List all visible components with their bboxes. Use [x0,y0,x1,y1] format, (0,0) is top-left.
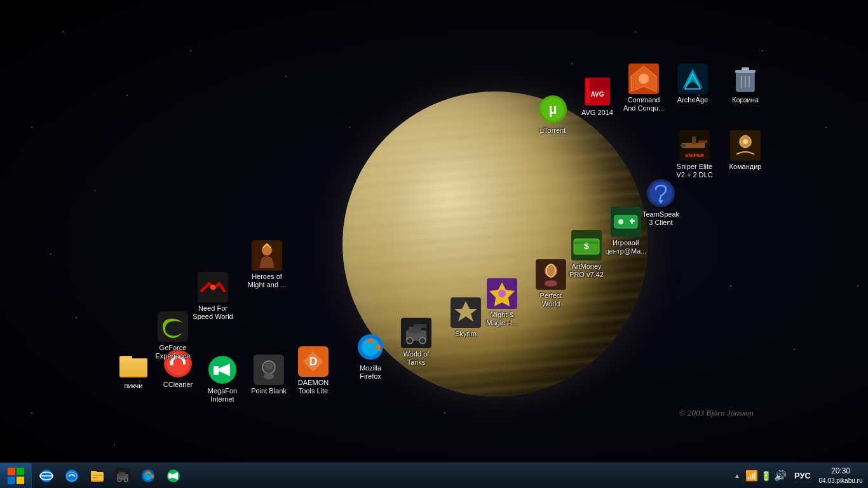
perfect-world-label: Perfect World [529,291,573,309]
icon-heroes-might[interactable]: Heroes of Might and ... [245,240,289,290]
might-magic-icon [487,278,517,309]
teamspeak-icon [646,178,676,208]
megafon-icon [207,355,238,385]
icon-world-of-tanks[interactable]: World of Tanks [394,318,438,367]
svg-point-46 [639,74,649,84]
avg-icon: AVG [582,76,613,107]
svg-rect-88 [92,477,98,478]
archeage-label: ArcheAge [676,95,709,105]
svg-text:µ: µ [549,101,557,117]
icon-archeage[interactable]: ArcheAge [670,64,715,105]
svg-rect-41 [586,79,590,103]
need-for-speed-label: Need For Speed World [191,304,235,322]
svg-rect-71 [631,219,633,224]
igrovoy-icon [611,207,641,237]
svg-rect-86 [91,472,104,480]
svg-point-66 [660,201,662,203]
command-conquer-icon [628,64,659,94]
tray-language[interactable]: РУС [792,471,813,480]
icon-geforce[interactable]: GeForce Experience [151,311,195,361]
icon-pikabu-folder[interactable]: пикчи [111,349,156,391]
desktop: © 2003 Björn Jönsson пикчи CCleaner [0,0,868,488]
pikabu-folder-icon [118,349,149,380]
taskbar-pinned [32,463,188,489]
utorrent-icon: µ [538,94,568,125]
icon-need-for-speed[interactable]: Need For Speed World [191,272,235,322]
svg-text:D: D [309,355,318,368]
tray-volume[interactable]: 🔊 [774,470,787,482]
taskbar: ▲ 📶 🔋 🔊 РУС 20:30 04.03.pikabu.ru [0,463,868,488]
geforce-icon [158,311,188,342]
megafon-label: MegaFon Internet [200,386,245,404]
point-blank-icon [254,355,284,385]
start-button[interactable] [0,463,32,489]
utorrent-label: µTorrent [539,126,567,135]
tray-icons: 📶 🔋 🔊 [745,470,787,482]
daemon-tools-icon: D [298,346,329,377]
svg-rect-79 [17,477,24,484]
perfect-world-icon [536,259,566,290]
svg-rect-50 [742,67,749,71]
icon-daemon-tools[interactable]: D DAEMON Tools Lite [291,346,336,396]
heroes-might-label: Heroes of Might and ... [245,272,289,290]
icon-megafon[interactable]: MegaFon Internet [200,355,245,404]
tray-expand[interactable]: ▲ [734,472,740,479]
sniper-elite-icon: SNIPER [679,130,710,161]
clock-time: 20:30 [831,466,850,477]
avg-label: AVG 2014 [580,108,614,118]
mozilla-firefox-label: Mozilla Firefox [348,363,393,381]
taskbar-explorer[interactable] [85,464,109,487]
icon-might-magic[interactable]: Might & Magic H... [480,278,524,328]
svg-point-69 [618,219,623,224]
icon-mozilla-firefox[interactable]: Mozilla Firefox [348,332,393,381]
icon-artmoney[interactable]: $ ArtMoney PRO v7.42 [564,230,609,280]
icon-point-blank[interactable]: Point Blank [247,355,291,396]
daemon-tools-label: DAEMON Tools Lite [291,378,336,396]
taskbar-edge[interactable] [60,464,84,487]
tray-network[interactable]: 📶 [745,470,758,482]
artmoney-label: ArtMoney PRO v7.42 [564,262,609,280]
svg-point-26 [498,290,506,297]
komandeer-icon [730,130,761,161]
svg-point-21 [407,337,413,344]
icon-command-conquer[interactable]: Command And Conqu... [621,64,666,113]
trash-icon [730,64,761,94]
svg-text:AVG: AVG [591,91,604,98]
taskbar-clock[interactable]: 20:30 04.03.pikabu.ru [818,466,863,485]
igrovoy-label: Игровой центр@Ma... [604,238,648,256]
taskbar-wot[interactable] [111,464,135,487]
svg-point-33 [210,285,215,290]
tray-battery[interactable]: 🔋 [761,471,771,481]
need-for-speed-icon [198,272,228,302]
svg-rect-91 [119,472,125,476]
taskbar-right: ▲ 📶 🔋 🔊 РУС 20:30 04.03.pikabu.ru [729,463,868,489]
svg-text:SNIPER: SNIPER [685,152,704,158]
svg-rect-20 [414,324,426,328]
point-blank-label: Point Blank [250,386,288,396]
svg-rect-3 [119,358,147,376]
icon-sniper-elite[interactable]: SNIPER Sniper Elite V2 + 2 DLC [672,130,717,180]
ccleaner-label: CCleaner [162,380,194,390]
svg-point-93 [124,478,128,482]
archeage-icon [677,64,708,94]
taskbar-firefox[interactable] [136,464,160,487]
taskbar-megafon[interactable] [161,464,186,487]
icon-avg[interactable]: AVG AVG 2014 [575,76,620,118]
svg-point-92 [118,478,121,482]
taskbar-ie[interactable] [34,464,58,487]
svg-rect-58 [681,144,686,147]
pikabu-folder-label: пикчи [123,381,144,391]
trash-label: Корзина [731,95,760,105]
svg-rect-78 [8,477,15,484]
skyrim-label: Skyrim [454,329,478,339]
svg-rect-56 [692,137,696,144]
svg-rect-75 [574,241,599,244]
svg-point-83 [65,470,78,482]
svg-rect-76 [8,468,15,475]
komandeer-label: Командир [728,162,763,172]
icon-komandeer[interactable]: Командир [723,130,768,172]
icon-trash[interactable]: Корзина [723,64,768,105]
icon-utorrent[interactable]: µ µTorrent [531,94,575,135]
geforce-label: GeForce Experience [151,343,195,361]
icon-igrovoy[interactable]: Игровой центр@Ma... [604,207,648,256]
